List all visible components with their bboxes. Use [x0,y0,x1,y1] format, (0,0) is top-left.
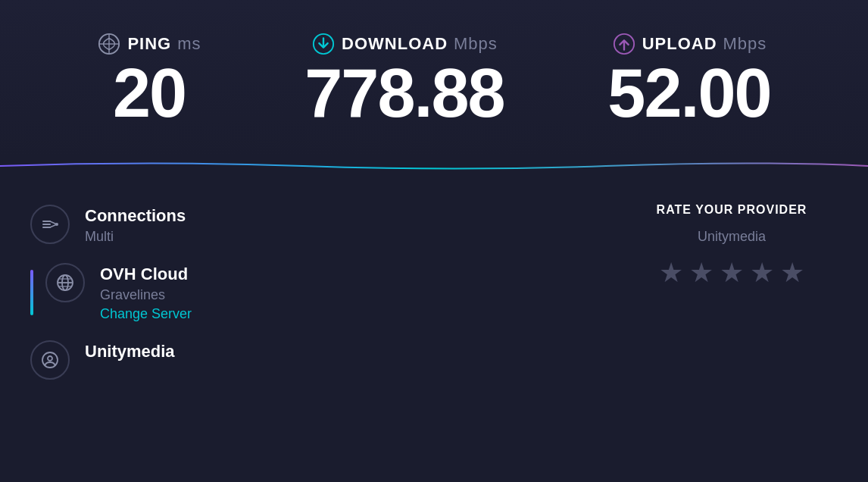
star-4[interactable]: ★ [750,257,774,289]
upload-icon [612,32,636,56]
download-block: DOWNLOAD Mbps 778.88 [304,32,504,127]
connections-icon-circle [30,205,70,244]
star-5[interactable]: ★ [780,257,804,289]
server-title: OVH Cloud [100,264,192,284]
ping-unit: ms [177,34,201,54]
left-panel: Connections Multi OVH Cloud Gravelines C… [30,196,595,389]
provider-icon [41,351,59,369]
server-text: OVH Cloud Gravelines Change Server [100,263,192,322]
ping-label: PING [127,34,171,54]
download-icon [311,32,336,56]
metrics-bar: PING ms 20 DOWNLOAD Mbps 778.88 [0,0,868,159]
rate-title: RATE YOUR PROVIDER [657,203,807,217]
download-value: 778.88 [304,59,504,127]
connections-row: Connections Multi [30,196,595,254]
connections-subtitle: Multi [85,229,186,245]
svg-point-17 [48,356,52,361]
upload-label: UPLOAD [642,34,717,54]
provider-icon-circle [30,340,70,380]
server-location: Gravelines [100,287,192,303]
upload-value: 52.00 [607,59,770,127]
provider-row: Unitymedia [30,331,595,389]
server-row: OVH Cloud Gravelines Change Server [30,254,595,331]
ping-value: 20 [113,59,186,127]
svg-point-10 [55,223,58,226]
download-unit: Mbps [454,34,498,54]
upload-block: UPLOAD Mbps 52.00 [607,32,770,127]
ping-header: PING ms [97,32,201,56]
ping-icon [97,32,121,56]
bottom-panel: Connections Multi OVH Cloud Gravelines C… [0,173,868,412]
provider-title: Unitymedia [85,342,175,362]
connections-title: Connections [85,206,186,226]
wave-divider [0,159,868,173]
connections-text: Connections Multi [85,205,186,245]
connections-icon [41,215,59,233]
star-2[interactable]: ★ [689,257,713,289]
star-3[interactable]: ★ [720,257,744,289]
stars-row[interactable]: ★ ★ ★ ★ ★ [659,257,804,289]
active-bar [30,270,33,315]
provider-text: Unitymedia [85,340,175,362]
rate-provider-name: Unitymedia [698,229,766,245]
ping-block: PING ms 20 [97,32,201,127]
upload-header: UPLOAD Mbps [612,32,767,56]
right-panel: RATE YOUR PROVIDER Unitymedia ★ ★ ★ ★ ★ [595,196,838,389]
download-label: DOWNLOAD [342,34,448,54]
change-server-button[interactable]: Change Server [100,306,192,322]
star-1[interactable]: ★ [659,257,683,289]
upload-unit: Mbps [723,34,767,54]
globe-icon [56,274,74,292]
download-header: DOWNLOAD Mbps [311,32,498,56]
server-icon-circle [45,263,85,302]
